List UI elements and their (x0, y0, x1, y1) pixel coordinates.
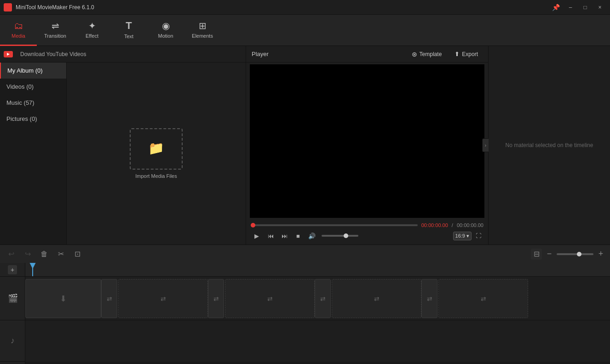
timeline-track-labels: + 🎬 ♪ (0, 263, 25, 364)
collapse-inspector-button[interactable]: › (482, 138, 489, 152)
transition-4[interactable]: ⇄ (421, 279, 437, 318)
zoom-controls: ⊟ − + (531, 249, 606, 260)
clip-1-icon: ⬇ (60, 294, 67, 304)
toolbar-media[interactable]: 🗂 Media (0, 15, 37, 46)
template-label: Template (420, 51, 442, 57)
zoom-thumb (577, 252, 581, 256)
playhead[interactable] (32, 263, 33, 276)
track-clip-2[interactable]: ⇄ (118, 279, 208, 318)
player-header: Player ⊛ Template ⬆ Export (246, 46, 488, 63)
titlebar: MiniTool MovieMaker Free 6.1.0 📌 – □ × (0, 0, 610, 15)
toolbar-transition-label: Transition (44, 33, 66, 39)
toolbar-effect-label: Effect (86, 33, 98, 39)
progress-bar-wrap: 00:00:00.00 / 00:00:00.00 (251, 222, 483, 228)
toolbar-text[interactable]: T Text (110, 15, 147, 46)
progress-thumb (251, 223, 255, 228)
sidebar-item-album[interactable]: My Album (0) (0, 63, 66, 79)
video-track-symbol: 🎬 (8, 293, 18, 303)
minimize-button[interactable]: – (564, 3, 577, 12)
clip-3-icon: ⇄ (267, 295, 273, 302)
export-label: Export (462, 51, 478, 57)
download-youtube-button[interactable]: Download YouTube Videos (17, 49, 90, 59)
sidebar-item-music[interactable]: Music (57) (0, 95, 66, 111)
transition-1[interactable]: ⇄ (101, 279, 117, 318)
total-time: 00:00:00.00 (457, 222, 483, 228)
delete-button[interactable]: 🗑 (37, 247, 52, 261)
zoom-in-button[interactable]: + (595, 249, 606, 260)
inspector-panel: › No material selected on the timeline (488, 46, 610, 245)
timeline: + 🎬 ♪ ⬇ ⇄ ⇄ (0, 263, 610, 364)
track-clip-1[interactable]: ⬇ (25, 279, 101, 318)
fit-view-button[interactable]: ⊟ (531, 249, 542, 260)
track-clip-3[interactable]: ⇄ (225, 279, 315, 318)
export-icon: ⬆ (455, 51, 460, 57)
import-media-box[interactable]: 📁 (130, 128, 183, 170)
clip-2-icon: ⇄ (161, 295, 166, 302)
import-label: Import Media Files (135, 173, 177, 179)
elements-icon: ⊞ (199, 20, 207, 31)
aspect-ratio-select[interactable]: 16:9 ▾ (453, 232, 472, 240)
timeline-content[interactable]: ⬇ ⇄ ⇄ ⇄ ⇄ ⇄ ⇄ (25, 263, 610, 364)
add-track-button[interactable]: + (8, 265, 17, 274)
aspect-ratio-value: 16:9 (455, 233, 465, 239)
video-preview (250, 64, 484, 218)
prev-frame-button[interactable]: ⏮ (265, 230, 276, 242)
clip-5-icon: ⇄ (481, 295, 486, 302)
toolbar-effect[interactable]: ✦ Effect (74, 15, 110, 46)
timeline-toolbar: ↩ ↪ 🗑 ✂ ⊡ ⊟ − + (0, 245, 610, 263)
close-button[interactable]: × (593, 3, 606, 12)
media-sidebar: My Album (0) Videos (0) Music (57) Pictu… (0, 63, 67, 245)
transition-2[interactable]: ⇄ (208, 279, 224, 318)
track-clip-5[interactable]: ⇄ (438, 279, 528, 318)
transition-4-icon: ⇄ (427, 295, 432, 302)
player-panel: Player ⊛ Template ⬆ Export 00:00:00.00 /… (246, 46, 488, 245)
toolbar-motion-label: Motion (158, 33, 173, 39)
transition-icon: ⇌ (52, 20, 59, 31)
add-track-area: + (0, 263, 25, 277)
track-clip-4[interactable]: ⇄ (332, 279, 421, 318)
volume-thumb (344, 233, 348, 238)
play-button[interactable]: ▶ (251, 230, 263, 242)
pin-icon[interactable]: 📌 (551, 3, 560, 12)
toolbar-transition[interactable]: ⇌ Transition (37, 15, 74, 46)
audio-track-icon: ♪ (0, 320, 25, 362)
template-button[interactable]: ⊛ Template (407, 49, 447, 60)
export-button[interactable]: ⬆ Export (450, 49, 483, 59)
media-header-bar: ▶ Download YouTube Videos (0, 46, 246, 63)
current-time: 00:00:00.00 (421, 222, 448, 228)
volume-button[interactable]: 🔊 (306, 230, 318, 242)
transition-2-icon: ⇄ (213, 295, 219, 302)
next-frame-button[interactable]: ⏭ (278, 230, 290, 242)
media-library-panel: ▶ Download YouTube Videos My Album (0) V… (0, 46, 246, 245)
restore-button[interactable]: □ (579, 3, 592, 12)
media-icon: 🗂 (14, 21, 23, 31)
volume-slider[interactable] (322, 235, 358, 237)
toolbar-text-label: Text (124, 34, 133, 39)
sidebar-item-pictures[interactable]: Pictures (0) (0, 111, 66, 127)
playback-controls: ▶ ⏮ ⏭ ■ 🔊 16:9 ▾ ⛶ (251, 230, 483, 242)
clip-4-icon: ⇄ (374, 295, 380, 302)
zoom-slider[interactable] (557, 253, 593, 255)
zoom-out-button[interactable]: − (544, 249, 555, 260)
player-title: Player (252, 51, 403, 57)
crop-button[interactable]: ⊡ (70, 247, 85, 261)
fullscreen-button[interactable]: ⛶ (473, 231, 483, 241)
folder-icon: 📁 (148, 141, 164, 156)
toolbar-motion[interactable]: ◉ Motion (147, 15, 184, 46)
toolbar-elements[interactable]: ⊞ Elements (184, 15, 221, 46)
undo-button[interactable]: ↩ (4, 247, 18, 261)
stop-button[interactable]: ■ (292, 230, 304, 242)
media-content-area: 📁 Import Media Files (67, 63, 246, 245)
redo-button[interactable]: ↪ (20, 247, 35, 261)
audio-track-row (25, 320, 610, 362)
transition-3-icon: ⇄ (320, 295, 326, 302)
transition-3[interactable]: ⇄ (315, 279, 331, 318)
player-controls: 00:00:00.00 / 00:00:00.00 ▶ ⏮ ⏭ ■ 🔊 16:9… (246, 220, 488, 245)
toolbar-elements-label: Elements (192, 33, 213, 39)
cut-button[interactable]: ✂ (53, 247, 68, 261)
transition-1-icon: ⇄ (107, 295, 112, 302)
sidebar-item-videos[interactable]: Videos (0) (0, 79, 66, 95)
motion-icon: ◉ (162, 20, 170, 31)
progress-bar[interactable] (251, 224, 418, 226)
effect-icon: ✦ (88, 20, 96, 31)
